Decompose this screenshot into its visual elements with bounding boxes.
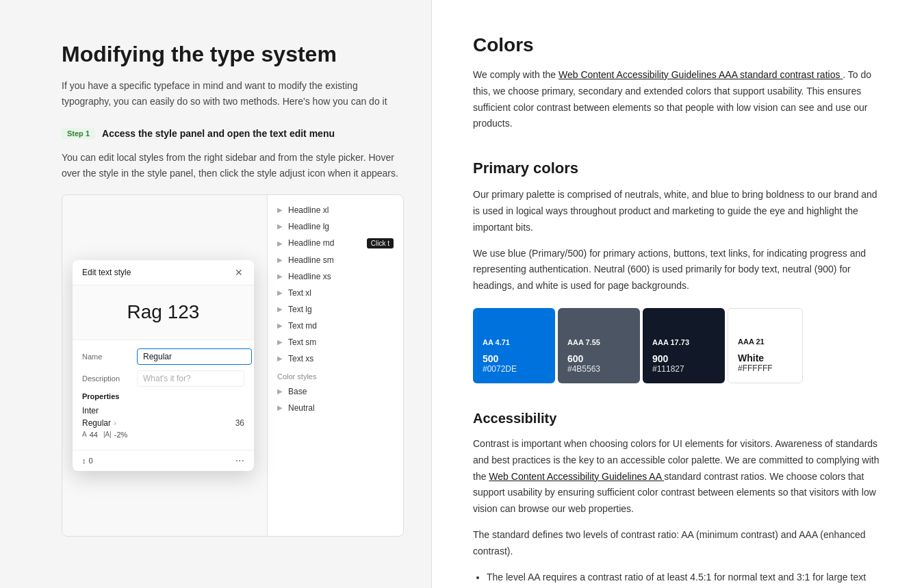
- letter-spacing-icon: |A|: [103, 431, 112, 438]
- accessibility-desc-3: The standard defines two levels of contr…: [473, 527, 883, 560]
- font-family-value: Inter: [82, 406, 99, 416]
- line-height-metric: A 44: [82, 431, 98, 439]
- list-item[interactable]: ▶ Headline sm: [268, 252, 403, 268]
- modal-header: Edit text style ✕: [73, 260, 254, 285]
- accessibility-desc-1: Contrast is important when choosing colo…: [473, 436, 883, 517]
- swatch-name: 600: [567, 353, 630, 364]
- list-item[interactable]: ▶ Text xl: [268, 285, 403, 301]
- step-description: You can edit local styles from the right…: [62, 150, 404, 181]
- paragraph-spacing-value: 0: [89, 457, 93, 465]
- swatch-name: 900: [652, 353, 715, 364]
- swatch-contrast: AAA 21: [738, 337, 793, 346]
- paragraph-spacing-metric: ↕ 0: [82, 457, 93, 465]
- primary-desc-1: Our primary palette is comprised of neut…: [473, 187, 883, 235]
- close-icon[interactable]: ✕: [233, 267, 244, 278]
- color-swatches: AA 4.71 500 #0072DE AAA 7.55 600 #4B5563…: [473, 308, 883, 383]
- properties-section: Properties: [82, 392, 244, 400]
- modal-preview-text: Rag 123: [127, 301, 200, 323]
- list-item[interactable]: ▶ Base: [268, 383, 403, 400]
- list-item[interactable]: ▶ Headline xs: [268, 268, 403, 285]
- font-family-row: Inter: [82, 406, 244, 416]
- bullet-item: The level AA requires a contrast ratio o…: [487, 570, 883, 586]
- paragraph-spacing-icon: ↕: [82, 457, 86, 465]
- right-panel: Colors We comply with the Web Content Ac…: [431, 0, 924, 588]
- list-item[interactable]: ▶ Headline lg: [268, 218, 403, 235]
- list-item[interactable]: ▶ Neutral: [268, 400, 403, 416]
- chevron-icon: ▶: [277, 322, 283, 329]
- swatch-hex: #0072DE: [483, 364, 546, 374]
- metrics-row: A 44 |A| -2%: [82, 431, 244, 439]
- name-input[interactable]: [137, 348, 252, 365]
- chevron-icon: ▶: [277, 256, 283, 264]
- swatch-contrast: AAA 7.55: [567, 338, 630, 346]
- step-badge: Step 1: [62, 128, 95, 139]
- list-item[interactable]: ▶ Headline xl: [268, 202, 403, 218]
- primary-colors-title: Primary colors: [473, 159, 883, 177]
- colors-title: Colors: [473, 34, 883, 56]
- line-height-icon: A: [82, 431, 87, 438]
- step-label: Access the style panel and open the text…: [102, 128, 335, 139]
- chevron-icon: ▶: [277, 206, 283, 214]
- chevron-icon: ▶: [277, 289, 283, 296]
- page-title: Modifying the type system: [62, 41, 404, 67]
- swatch-500: AA 4.71 500 #0072DE: [473, 308, 555, 383]
- swatch-600: AAA 7.55 600 #4B5563: [558, 308, 640, 383]
- style-name: Headline sm: [288, 255, 394, 265]
- font-size-value: 36: [235, 418, 244, 428]
- swatch-name: 500: [483, 353, 546, 364]
- style-name: Text md: [288, 321, 394, 331]
- chevron-icon: ▶: [277, 338, 283, 346]
- list-item[interactable]: ▶ Text sm: [268, 334, 403, 350]
- style-name: Text lg: [288, 305, 394, 314]
- accessibility-title: Accessibility: [473, 411, 883, 426]
- colors-section: Colors We comply with the Web Content Ac…: [473, 34, 883, 132]
- swatch-900: AAA 17.73 900 #111827: [643, 308, 725, 383]
- swatch-hex: #FFFFFF: [738, 363, 793, 373]
- style-name: Headline xl: [288, 205, 394, 215]
- style-name: Text xs: [288, 354, 394, 363]
- letter-spacing-value: -2%: [114, 431, 128, 439]
- page-subtitle: If you have a specific typeface in mind …: [62, 78, 404, 109]
- style-name: Headline md: [288, 238, 359, 248]
- style-name: Headline lg: [288, 222, 394, 231]
- name-label: Name: [82, 353, 131, 361]
- swatch-name: White: [738, 353, 793, 363]
- bullet-list: The level AA requires a contrast ratio o…: [473, 570, 883, 586]
- list-item[interactable]: ▶ Text md: [268, 318, 403, 334]
- chevron-icon: ▶: [277, 222, 283, 230]
- screenshot-container: Edit text style ✕ Rag 123 Name Descripti…: [62, 194, 404, 537]
- screenshot-inner: Edit text style ✕ Rag 123 Name Descripti…: [62, 195, 403, 536]
- modal-body: Name Description What's it for? Properti…: [73, 340, 254, 450]
- edit-text-style-modal: Edit text style ✕ Rag 123 Name Descripti…: [73, 260, 254, 471]
- chevron-icon: ▶: [277, 355, 283, 362]
- style-name: Base: [288, 387, 394, 396]
- description-input[interactable]: What's it for?: [137, 370, 244, 387]
- step-row: Step 1 Access the style panel and open t…: [62, 128, 404, 139]
- wcag-link[interactable]: Web Content Accessibility Guidelines AAA…: [559, 69, 843, 80]
- click-tooltip: Click t: [367, 238, 394, 248]
- style-name: Text xl: [288, 288, 394, 298]
- chevron-icon: ▶: [277, 240, 283, 247]
- primary-colors-section: Primary colors Our primary palette is co…: [473, 159, 883, 383]
- color-styles-label: Color styles: [268, 367, 403, 383]
- list-item[interactable]: ▶ Headline md Click t: [268, 235, 403, 252]
- chevron-icon: ▶: [277, 272, 283, 280]
- swatch-contrast: AAA 17.73: [652, 338, 715, 346]
- swatch-hex: #111827: [652, 364, 715, 374]
- chevron-icon: ▶: [277, 387, 283, 395]
- list-item[interactable]: ▶ Text lg: [268, 301, 403, 318]
- description-placeholder: What's it for?: [143, 374, 191, 383]
- screenshot-right: ▶ Headline xl ▶ Headline lg ▶ Headline m…: [268, 195, 403, 536]
- description-field-row: Description What's it for?: [82, 370, 244, 387]
- modal-footer: ↕ 0 ···: [73, 450, 254, 471]
- chevron-icon: ▶: [277, 305, 283, 313]
- list-item[interactable]: ▶ Text xs: [268, 350, 403, 367]
- style-name: Text sm: [288, 337, 394, 347]
- more-options-button[interactable]: ···: [235, 455, 244, 467]
- swatch-contrast: AA 4.71: [483, 338, 546, 346]
- modal-title: Edit text style: [82, 268, 131, 277]
- wcag-aa-link[interactable]: Web Content Accessibility Guidelines AA: [489, 471, 664, 482]
- colors-intro: We comply with the Web Content Accessibi…: [473, 67, 883, 132]
- primary-desc-2: We use blue (Primary/500) for primary ac…: [473, 246, 883, 294]
- styles-list: ▶ Headline xl ▶ Headline lg ▶ Headline m…: [268, 195, 403, 416]
